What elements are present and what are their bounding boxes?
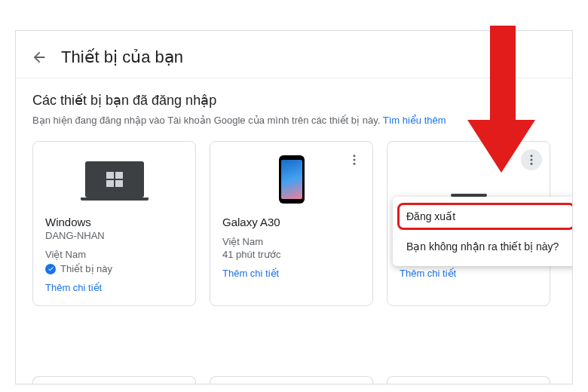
learn-more-link[interactable]: Tìm hiểu thêm [383, 115, 446, 126]
more-menu-icon[interactable] [344, 149, 365, 170]
page-title: Thiết bị của bạn [61, 47, 183, 67]
device-location: Việt Nam [222, 236, 360, 247]
device-name: Galaxy A30 [222, 216, 360, 228]
svg-point-1 [354, 159, 356, 161]
menu-unrecognized[interactable]: Bạn không nhận ra thiết bị này? [393, 231, 573, 262]
device-location: Việt Nam [45, 249, 183, 260]
device-card-galaxy: Galaxy A30 Việt Nam 41 phút trước Thêm c… [210, 141, 373, 306]
device-card-windows: Windows DANG-NHAN Việt Nam Thiết bị này … [32, 141, 196, 306]
svg-point-4 [531, 159, 533, 161]
this-device-label: Thiết bị này [60, 263, 112, 274]
laptop-icon [85, 161, 144, 198]
device-illustration [45, 152, 183, 207]
header: Thiết bị của bạn [16, 31, 572, 78]
section-title: Các thiết bị bạn đã đăng nhập [32, 92, 556, 109]
section-description: Bạn hiện đang đăng nhập vào Tài khoản Go… [32, 115, 556, 126]
device-time: 41 phút trước [222, 249, 360, 260]
app-frame: Thiết bị của bạn Các thiết bị bạn đã đăn… [15, 30, 573, 384]
svg-point-3 [531, 155, 533, 157]
device-subname: DANG-NHAN [45, 230, 183, 241]
svg-point-2 [354, 163, 356, 165]
details-link[interactable]: Thêm chi tiết [222, 268, 360, 279]
svg-point-5 [531, 163, 533, 165]
check-icon [45, 264, 56, 274]
back-arrow-icon[interactable] [31, 49, 47, 66]
device-name: Windows [45, 216, 183, 228]
svg-point-0 [354, 155, 356, 157]
device-menu: Đăng xuất Bạn không nhận ra thiết bị này… [393, 197, 573, 266]
device-illustration [222, 152, 360, 207]
this-device-badge: Thiết bị này [45, 263, 183, 274]
section-desc-text: Bạn hiện đang đăng nhập vào Tài khoản Go… [32, 115, 380, 126]
details-link[interactable]: Thêm chi tiết [400, 268, 537, 279]
next-row-peek [32, 376, 556, 384]
more-menu-icon[interactable] [521, 149, 542, 170]
details-link[interactable]: Thêm chi tiết [45, 282, 183, 293]
menu-signout[interactable]: Đăng xuất [393, 201, 573, 231]
phone-icon [279, 155, 305, 204]
